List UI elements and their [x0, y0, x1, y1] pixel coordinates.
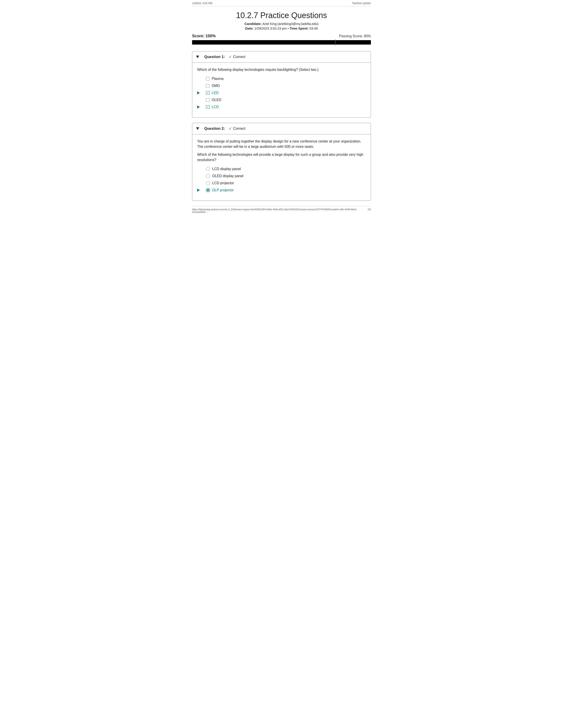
arrow-led [197, 91, 200, 94]
question-2-text1: You are in charge of putting together th… [197, 139, 366, 149]
score-bar-container: Score: 100% Passing Score: 80% [192, 34, 371, 38]
radio-dlp-projector [206, 188, 210, 192]
checkbox-led [206, 91, 209, 95]
date-value: 1/29/2023 3:02:23 pm [254, 26, 287, 30]
arrow-right-icon-dlp [197, 189, 200, 192]
question-2-answers: LCD display panel OLED display panel LCD… [197, 167, 366, 192]
arrow-lcd [197, 105, 200, 109]
answer-oled-panel: OLED display panel [197, 174, 366, 178]
score-label: Score: 100% [192, 34, 216, 38]
browser-site: TestOut LabSim [352, 2, 371, 5]
footer-bar: https://labsimapp.testout.com/v6_0_536/e… [192, 206, 371, 213]
question-2-card: Question 2: ✓ Correct You are in charge … [192, 123, 371, 201]
question-1-status: ✓ Correct [228, 54, 245, 59]
answer-led-label: LED [212, 91, 218, 95]
question-1-body: Which of the following display technolog… [192, 63, 371, 117]
checkbox-lcd [206, 105, 209, 109]
question-2-text2: Which of the following technologies will… [197, 152, 366, 163]
time-spent-label: Time Spent: [290, 26, 309, 30]
radio-lcd-projector [206, 181, 210, 185]
answer-lcd: LCD [197, 105, 366, 109]
answer-dlp-projector: DLP projector [197, 188, 366, 192]
answer-oled-label: OLED [212, 98, 221, 102]
answer-dmd-label: DMD [212, 84, 220, 88]
checkbox-oled [206, 98, 209, 102]
check-icon-q1: ✓ [228, 54, 232, 59]
page-title: 10.2.7 Practice Questions [192, 11, 371, 20]
answer-lcd-label: LCD [212, 105, 219, 109]
answer-oled-panel-label: OLED display panel [212, 174, 243, 178]
question-2-number: Question 2: [204, 126, 225, 131]
candidate-email: (arielking3@my.ladelta.edu) [277, 22, 319, 26]
candidate-label: Candidate: [244, 22, 261, 26]
answer-dlp-projector-label: DLP projector [212, 188, 234, 192]
answer-plasma-label: Plasma [212, 77, 223, 81]
radio-oled-panel [206, 174, 210, 178]
question-2-status-text: Correct [233, 126, 245, 131]
question-2-body: You are in charge of putting together th… [192, 134, 371, 201]
time-spent-value: 03:49 [310, 26, 318, 30]
answer-led: LED [197, 91, 366, 95]
question-1-answers: Plasma DMD LED OLED [197, 77, 366, 109]
checkbox-dmd [206, 84, 209, 88]
candidate-name: Ariel King [262, 22, 276, 26]
footer-page: 1/5 [368, 208, 371, 213]
question-1-status-text: Correct [233, 55, 245, 59]
arrow-right-icon-led [197, 91, 200, 94]
question-2-header: Question 2: ✓ Correct [192, 123, 371, 134]
progress-bar-fill [192, 40, 371, 45]
question-2-status: ✓ Correct [228, 126, 245, 131]
answer-oled: OLED [197, 98, 366, 102]
progress-bar [192, 40, 371, 45]
date-info: Date: 1/29/2023 3:02:23 pm • Time Spent:… [192, 26, 371, 30]
arrow-right-icon-lcd [197, 105, 200, 109]
answer-lcd-panel-label: LCD display panel [212, 167, 241, 171]
arrow-dlp [197, 189, 200, 192]
answer-lcd-projector: LCD projector [197, 181, 366, 185]
question-1-card: Question 1: ✓ Correct Which of the follo… [192, 51, 371, 118]
checkbox-plasma [206, 77, 209, 81]
progress-marker [335, 39, 336, 45]
radio-lcd-panel [206, 167, 210, 171]
collapse-icon-q1[interactable] [196, 56, 199, 58]
footer-url: https://labsimapp.testout.com/v6_0_536/e… [192, 208, 368, 213]
question-1-header: Question 1: ✓ Correct [192, 51, 371, 63]
check-icon-q2: ✓ [228, 126, 232, 131]
date-label: Date: [245, 26, 254, 30]
answer-plasma: Plasma [197, 77, 366, 81]
answer-lcd-projector-label: LCD projector [212, 181, 234, 185]
collapse-icon-q2[interactable] [196, 127, 199, 130]
candidate-info: Candidate: Ariel King (arielking3@my.lad… [192, 22, 371, 26]
question-1-text: Which of the following display technolog… [197, 67, 366, 72]
passing-score: Passing Score: 80% [339, 34, 371, 38]
answer-dmd: DMD [197, 84, 366, 88]
answer-lcd-panel: LCD display panel [197, 167, 366, 171]
question-1-number: Question 1: [204, 55, 225, 59]
browser-bar: 1/29/23, 3:02 PM TestOut LabSim [192, 0, 371, 6]
browser-datetime: 1/29/23, 3:02 PM [192, 2, 212, 5]
